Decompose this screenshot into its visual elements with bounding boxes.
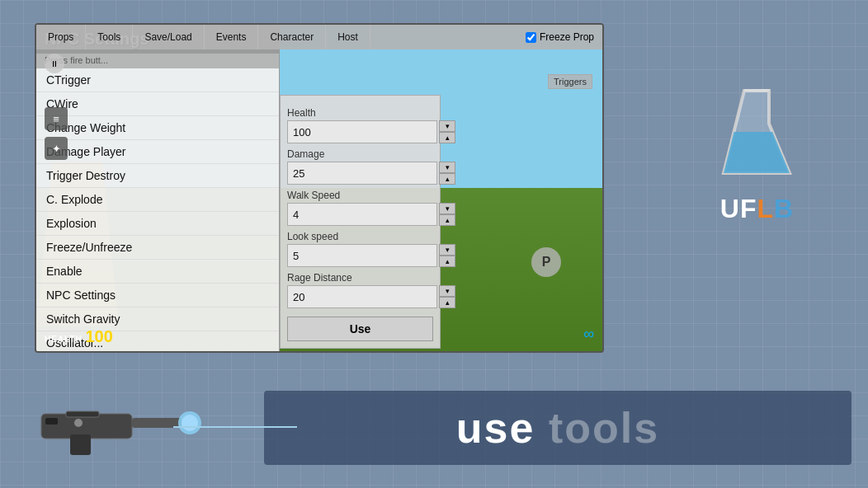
logo-letter-l: L — [757, 194, 774, 224]
damage-input[interactable] — [287, 162, 437, 185]
logo-area: U F L B — [695, 82, 818, 247]
walk-speed-up-btn[interactable]: ▴ — [439, 214, 455, 226]
menu-item-change-weight[interactable]: Change Weight — [36, 116, 279, 140]
walk-speed-input[interactable] — [287, 203, 437, 226]
svg-rect-7 — [45, 418, 58, 425]
svg-rect-3 — [70, 434, 91, 455]
damage-row: ▾ ▴ — [287, 162, 433, 185]
sidebar-icons: ≡ ✦ — [45, 107, 68, 160]
look-speed-row: ▾ ▴ — [287, 244, 433, 267]
damage-arrows: ▾ ▴ — [439, 162, 455, 185]
rage-distance-row: ▾ ▴ — [287, 285, 433, 308]
logo-letter-f: F — [740, 194, 757, 224]
flask-container — [715, 82, 798, 190]
npc-subtitle: Press fire butt... — [36, 54, 279, 68]
tab-character[interactable]: Character — [258, 25, 326, 49]
tab-tools[interactable]: Tools — [86, 25, 133, 49]
tab-events[interactable]: Events — [205, 25, 259, 49]
svg-point-6 — [182, 415, 198, 431]
pause-button[interactable]: ⏸ — [45, 54, 64, 73]
menu-item-cwire[interactable]: CWire — [36, 92, 279, 116]
logo-letter-b: B — [774, 194, 793, 224]
damage-down-btn[interactable]: ▾ — [439, 162, 455, 173]
health-bar: HEALTH 100 — [45, 327, 113, 346]
menu-item-damage-player[interactable]: Damage Player — [36, 140, 279, 164]
uflb-logo: U F L B — [695, 194, 818, 224]
menu-item-ctrigger[interactable]: CTrigger — [36, 68, 279, 92]
damage-label: Damage — [287, 148, 433, 160]
person-icon[interactable]: ✦ — [45, 137, 68, 160]
look-speed-down-btn[interactable]: ▾ — [439, 244, 455, 256]
logo-letter-u: U — [720, 194, 739, 224]
walk-speed-label: Walk Speed — [287, 190, 433, 201]
toolgun-area — [25, 389, 256, 463]
use-tools-text: use tools — [456, 403, 659, 453]
rage-distance-arrows: ▾ ▴ — [439, 285, 455, 308]
infinity-icon: ∞ — [583, 326, 594, 343]
health-hud-value: 100 — [85, 327, 112, 345]
freeze-prop-checkbox-row[interactable]: Freeze Prop — [517, 28, 602, 46]
health-up-btn[interactable]: ▴ — [439, 132, 455, 143]
triggers-badge: Triggers — [548, 74, 592, 89]
top-nav: Props Tools Save/Load Events Character H… — [36, 25, 602, 49]
bottom-banner: use tools — [264, 391, 851, 465]
menu-list: CTrigger CWire Change Weight Damage Play… — [36, 68, 279, 353]
walk-speed-arrows: ▾ ▴ — [439, 203, 455, 226]
damage-up-btn[interactable]: ▴ — [439, 173, 455, 185]
menu-icon[interactable]: ≡ — [45, 107, 68, 130]
rage-distance-up-btn[interactable]: ▴ — [439, 297, 455, 308]
health-label: Health — [287, 107, 433, 119]
svg-point-8 — [74, 419, 83, 427]
p-button[interactable]: P — [531, 247, 561, 277]
rage-distance-down-btn[interactable]: ▾ — [439, 285, 455, 297]
svg-rect-9 — [66, 411, 99, 417]
use-word: use — [456, 404, 535, 452]
health-input[interactable] — [287, 120, 437, 143]
rage-distance-label: Rage Distance — [287, 272, 433, 284]
toolgun-beam — [173, 426, 297, 428]
look-speed-arrows: ▾ ▴ — [439, 244, 455, 267]
tools-word: tools — [549, 404, 659, 452]
game-window: Props Tools Save/Load Events Character H… — [35, 23, 604, 353]
look-speed-label: Look speed — [287, 231, 433, 242]
use-button[interactable]: Use — [287, 317, 433, 341]
settings-panel: Health ▾ ▴ Damage ▾ ▴ Walk Speed ▾ ▴ Loo… — [280, 95, 441, 349]
tab-host[interactable]: Host — [326, 25, 370, 49]
walk-speed-down-btn[interactable]: ▾ — [439, 203, 455, 214]
menu-item-explosion[interactable]: Explosion — [36, 212, 279, 236]
health-hud-label: HEALTH — [45, 335, 83, 344]
health-down-btn[interactable]: ▾ — [439, 120, 455, 132]
rage-distance-input[interactable] — [287, 285, 437, 308]
look-speed-up-btn[interactable]: ▴ — [439, 256, 455, 267]
svg-rect-1 — [744, 89, 769, 92]
menu-item-freeze-unfreeze[interactable]: Freeze/Unfreeze — [36, 236, 279, 260]
health-arrows: ▾ ▴ — [439, 120, 455, 143]
tab-props[interactable]: Props — [36, 25, 86, 49]
walk-speed-row: ▾ ▴ — [287, 203, 433, 226]
menu-item-trigger-destroy[interactable]: Trigger Destroy — [36, 164, 279, 188]
tab-saveload[interactable]: Save/Load — [133, 25, 204, 49]
menu-item-c-explode[interactable]: C. Explode — [36, 188, 279, 212]
npc-panel: NPC Settings Press fire butt... CTrigger… — [36, 25, 280, 351]
freeze-prop-checkbox[interactable] — [526, 32, 536, 43]
health-row: ▾ ▴ — [287, 120, 433, 143]
menu-item-enable[interactable]: Enable — [36, 260, 279, 284]
freeze-prop-label: Freeze Prop — [540, 31, 594, 43]
look-speed-input[interactable] — [287, 244, 437, 267]
menu-item-npc-settings[interactable]: NPC Settings — [36, 284, 279, 307]
